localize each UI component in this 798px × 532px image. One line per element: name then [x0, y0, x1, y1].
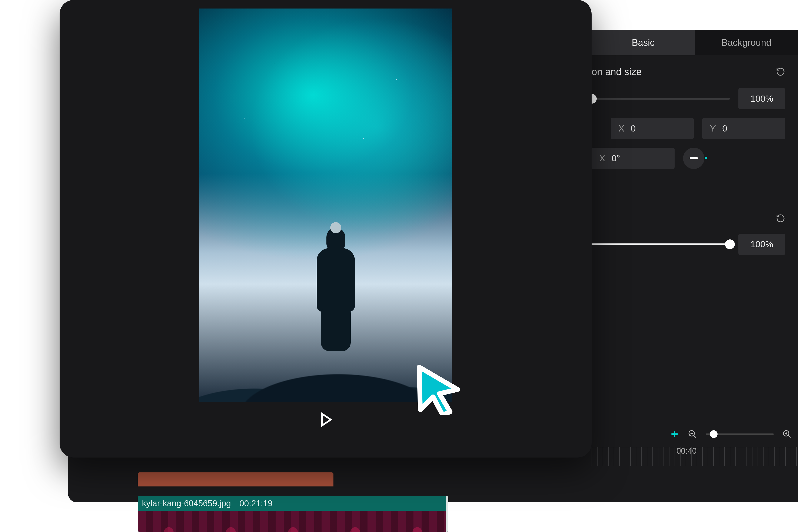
tab-basic[interactable]: Basic	[592, 30, 695, 55]
svg-line-4	[694, 435, 696, 438]
clip-filename: kylar-kang-6045659.jpg	[142, 499, 231, 508]
position-x-label: X	[619, 124, 624, 134]
timeline-snap-icon[interactable]	[670, 430, 679, 439]
timeline-zoom-bar	[592, 421, 798, 447]
clip-duration: 00:21:19	[240, 499, 272, 508]
preview-canvas[interactable]	[199, 8, 452, 402]
tab-background[interactable]: Background	[695, 30, 798, 55]
preview-image-subject	[315, 228, 357, 347]
inspector-tabs: Basic Background	[592, 30, 798, 55]
reset-icon[interactable]	[776, 67, 785, 76]
play-button-icon[interactable]	[317, 411, 335, 429]
opacity-slider[interactable]	[583, 241, 730, 247]
timeline-ruler[interactable]: 00:40	[592, 447, 798, 466]
zoom-in-icon[interactable]	[782, 430, 792, 439]
opacity-value[interactable]: 100%	[738, 234, 785, 255]
svg-rect-0	[671, 433, 674, 435]
scale-row: 100%	[583, 84, 798, 114]
position-x-value: 0	[631, 124, 635, 134]
section-position-size-header: on and size	[592, 55, 798, 84]
ruler-tick-label: 00:40	[677, 446, 697, 456]
svg-line-7	[788, 435, 791, 438]
rotation-field[interactable]: X 0°	[592, 148, 674, 169]
section-position-size-title: on and size	[592, 66, 642, 77]
rotation-row: X 0°	[592, 144, 798, 173]
inspector-panel: Basic Background on and size 100% X 0 Y …	[592, 30, 798, 472]
position-y-label: Y	[710, 124, 716, 134]
rotation-value: 0°	[612, 153, 620, 164]
position-x-field[interactable]: X 0	[611, 118, 694, 139]
clip-thumbnails	[138, 511, 449, 532]
preview-window	[60, 0, 592, 457]
timeline-track-overlay[interactable]	[138, 472, 334, 487]
svg-marker-10	[322, 414, 331, 425]
position-row: X 0 Y 0	[592, 114, 798, 144]
opacity-row: 100%	[583, 229, 798, 259]
section-opacity-header	[592, 203, 798, 229]
position-y-value: 0	[722, 124, 727, 134]
clip-trim-handle[interactable]	[446, 496, 449, 532]
timeline-clip-header: kylar-kang-6045659.jpg 00:21:19	[138, 496, 449, 511]
position-y-field[interactable]: Y 0	[702, 118, 785, 139]
scale-slider[interactable]	[583, 96, 730, 102]
rotation-label: X	[599, 153, 605, 164]
svg-rect-1	[676, 433, 678, 435]
cursor-pointer-icon	[411, 362, 464, 415]
zoom-slider[interactable]	[706, 431, 774, 437]
zoom-out-icon[interactable]	[688, 430, 697, 439]
timeline-clip[interactable]: kylar-kang-6045659.jpg 00:21:19	[138, 496, 449, 532]
reset-icon[interactable]	[776, 214, 785, 223]
scale-value[interactable]: 100%	[738, 88, 785, 109]
aspect-lock-button[interactable]	[683, 148, 704, 169]
